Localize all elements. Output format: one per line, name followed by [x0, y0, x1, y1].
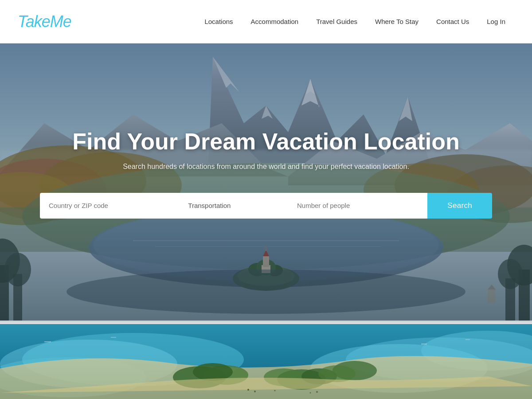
location-input[interactable]	[40, 193, 179, 219]
svg-point-66	[274, 390, 276, 391]
nav-accommodation[interactable]: Accommodation	[242, 18, 308, 25]
search-button[interactable]: Search	[427, 193, 492, 219]
hero-section: Find Your Dream Vacation Location Search…	[0, 43, 532, 321]
bottom-section	[0, 324, 532, 399]
hero-title: Find Your Dream Vacation Location	[72, 128, 460, 155]
svg-point-65	[254, 391, 256, 392]
main-nav: Locations Accommodation Travel Guides Wh…	[196, 18, 514, 25]
bottom-background	[0, 324, 532, 399]
svg-point-67	[310, 392, 311, 394]
nav-locations[interactable]: Locations	[196, 18, 242, 25]
nav-login[interactable]: Log In	[478, 18, 514, 25]
svg-point-68	[316, 391, 318, 393]
section-divider	[0, 321, 532, 324]
search-bar: Transportation Flight Train Car Bus Sear…	[40, 193, 492, 219]
site-logo[interactable]: TakeMe	[18, 12, 71, 31]
nav-travel-guides[interactable]: Travel Guides	[307, 18, 366, 25]
svg-point-64	[247, 389, 249, 391]
hero-content: Find Your Dream Vacation Location Search…	[0, 43, 532, 321]
hero-subtitle: Search hundreds of locations from around…	[123, 163, 409, 171]
nav-contact-us[interactable]: Contact Us	[427, 18, 478, 25]
site-header: TakeMe Locations Accommodation Travel Gu…	[0, 0, 532, 43]
people-input[interactable]	[288, 193, 427, 219]
transportation-select[interactable]: Transportation Flight Train Car Bus	[179, 193, 288, 219]
nav-where-to-stay[interactable]: Where To Stay	[366, 18, 427, 25]
